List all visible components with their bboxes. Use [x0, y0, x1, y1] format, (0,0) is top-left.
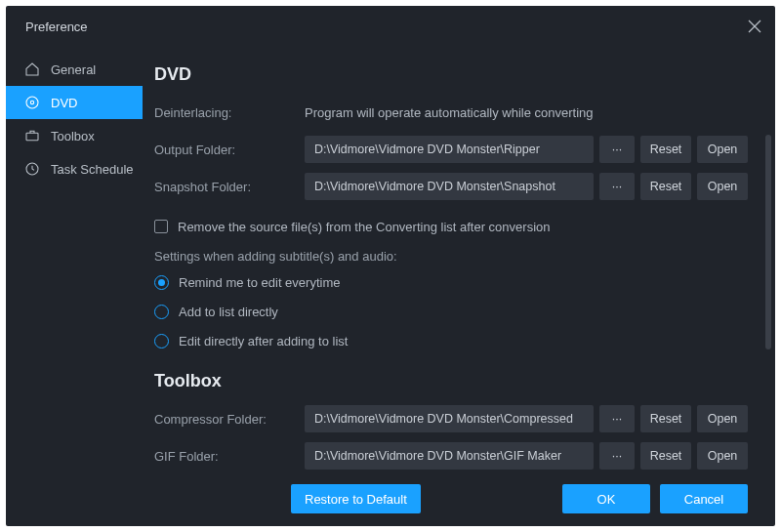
- window-title: Preference: [25, 20, 88, 34]
- sidebar-item-label: DVD: [51, 96, 77, 110]
- row-deinterlacing: Deinterlacing: Program will operate auto…: [154, 97, 748, 128]
- svg-rect-4: [26, 133, 38, 140]
- subtitle-settings-note: Settings when adding subtitle(s) and aud…: [154, 249, 748, 264]
- ok-button[interactable]: OK: [562, 484, 650, 513]
- restore-default-button[interactable]: Restore to Default: [291, 484, 421, 513]
- sidebar-item-label: Task Schedule: [51, 162, 134, 177]
- section-heading-toolbox: Toolbox: [154, 371, 748, 391]
- svg-point-2: [26, 97, 38, 108]
- home-icon: [23, 61, 41, 78]
- label-compressor-folder: Compressor Folder:: [154, 412, 305, 427]
- row-compressor-folder: Compressor Folder: ··· Reset Open: [154, 403, 748, 434]
- label-output-folder: Output Folder:: [154, 143, 305, 157]
- checkbox-remove-source[interactable]: Remove the source file(s) from the Conve…: [154, 214, 748, 239]
- browse-snapshot-folder[interactable]: ···: [599, 173, 635, 200]
- label-snapshot-folder: Snapshot Folder:: [154, 180, 305, 194]
- close-icon[interactable]: [748, 20, 761, 33]
- reset-output-folder[interactable]: Reset: [640, 136, 691, 163]
- cancel-button[interactable]: Cancel: [660, 484, 748, 513]
- sidebar-item-dvd[interactable]: DVD: [6, 86, 143, 119]
- radio-edit-after-add[interactable]: Edit directly after adding to list: [154, 328, 748, 353]
- checkbox-label: Remove the source file(s) from the Conve…: [178, 220, 551, 234]
- browse-output-folder[interactable]: ···: [599, 136, 635, 163]
- browse-compressor-folder[interactable]: ···: [599, 405, 635, 432]
- radio-label: Remind me to edit everytime: [179, 275, 340, 290]
- toolbox-icon: [23, 127, 41, 144]
- checkbox-icon: [154, 220, 168, 233]
- content-wrap: DVD Deinterlacing: Program will operate …: [143, 47, 775, 526]
- sidebar-item-label: Toolbox: [51, 129, 95, 143]
- disc-icon: [23, 94, 41, 111]
- sidebar-item-task-schedule[interactable]: Task Schedule: [6, 152, 143, 185]
- input-compressor-folder[interactable]: [305, 405, 594, 432]
- footer: Restore to Default OK Cancel: [143, 471, 775, 526]
- sidebar-item-label: General: [51, 62, 96, 77]
- sidebar-item-general[interactable]: General: [6, 53, 143, 86]
- clock-icon: [23, 160, 41, 178]
- label-deinterlacing: Deinterlacing:: [154, 105, 305, 120]
- reset-gif-folder[interactable]: Reset: [640, 442, 691, 470]
- radio-icon: [154, 275, 169, 290]
- reset-snapshot-folder[interactable]: Reset: [640, 173, 691, 200]
- input-output-folder[interactable]: [305, 136, 594, 163]
- svg-point-3: [30, 101, 33, 103]
- radio-icon: [154, 334, 169, 348]
- scrollbar-thumb[interactable]: [765, 135, 771, 349]
- sidebar: General DVD Toolbox Task Schedule: [6, 47, 143, 526]
- radio-icon: [154, 305, 169, 319]
- input-gif-folder[interactable]: [305, 442, 594, 470]
- open-output-folder[interactable]: Open: [697, 136, 748, 163]
- label-gif-folder: GIF Folder:: [154, 449, 305, 464]
- content-scroll[interactable]: DVD Deinterlacing: Program will operate …: [143, 47, 775, 471]
- radio-add-directly[interactable]: Add to list directly: [154, 299, 748, 324]
- titlebar: Preference: [6, 6, 775, 47]
- radio-label: Edit directly after adding to list: [179, 334, 348, 348]
- open-compressor-folder[interactable]: Open: [697, 405, 748, 432]
- radio-label: Add to list directly: [179, 305, 278, 319]
- value-deinterlacing: Program will operate automatically while…: [305, 105, 594, 120]
- input-snapshot-folder[interactable]: [305, 173, 594, 200]
- reset-compressor-folder[interactable]: Reset: [640, 405, 691, 432]
- browse-gif-folder[interactable]: ···: [599, 442, 635, 470]
- section-heading-dvd: DVD: [154, 64, 748, 85]
- preference-window: Preference General DVD: [6, 6, 775, 526]
- open-gif-folder[interactable]: Open: [697, 442, 748, 470]
- open-snapshot-folder[interactable]: Open: [697, 173, 748, 200]
- row-snapshot-folder: Snapshot Folder: ··· Reset Open: [154, 171, 748, 202]
- row-output-folder: Output Folder: ··· Reset Open: [154, 134, 748, 165]
- sidebar-item-toolbox[interactable]: Toolbox: [6, 119, 143, 152]
- row-gif-folder: GIF Folder: ··· Reset Open: [154, 440, 748, 471]
- radio-remind-edit[interactable]: Remind me to edit everytime: [154, 269, 748, 295]
